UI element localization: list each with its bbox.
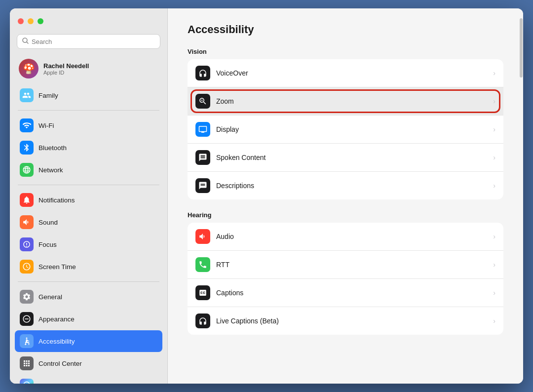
sidebar-item-sound[interactable]: Sound (15, 211, 162, 233)
sidebar-item-siri-label: Siri & Spotlight (38, 382, 82, 384)
divider-1 (18, 110, 159, 111)
maximize-button[interactable] (38, 18, 43, 24)
sidebar-item-siri[interactable]: Siri & Spotlight (15, 375, 162, 384)
sound-icon (20, 215, 34, 229)
live-captions-icon (195, 314, 210, 328)
display-label: Display (216, 125, 493, 133)
sidebar-content: 🍄 Rachel Needell Apple ID Family (10, 55, 167, 384)
spoken-content-chevron: › (493, 154, 495, 161)
captions-icon (195, 285, 210, 300)
svg-point-2 (26, 338, 28, 339)
voiceover-chevron: › (493, 69, 495, 77)
settings-row-descriptions[interactable]: Descriptions › (188, 172, 503, 199)
sidebar-item-accessibility-label: Accessibility (38, 338, 75, 345)
voiceover-label: VoiceOver (216, 69, 493, 77)
avatar: 🍄 (19, 59, 38, 78)
sidebar-item-bluetooth-label: Bluetooth (38, 144, 67, 152)
rtt-chevron: › (493, 261, 495, 269)
captions-label: Captions (216, 289, 493, 297)
siri-icon (20, 379, 34, 384)
settings-row-audio[interactable]: Audio › (188, 223, 503, 251)
settings-row-captions[interactable]: Captions › (188, 279, 503, 307)
sidebar-item-bluetooth[interactable]: Bluetooth (15, 137, 162, 158)
scrollbar-thumb[interactable] (520, 18, 523, 78)
sidebar-item-focus-label: Focus (38, 241, 57, 248)
spoken-content-icon (195, 150, 210, 165)
user-name: Rachel Needell (43, 62, 89, 70)
search-input[interactable] (32, 38, 155, 45)
sidebar-item-notifications-label: Notifications (38, 196, 75, 204)
zoom-chevron: › (493, 97, 495, 105)
display-chevron: › (493, 125, 495, 133)
sidebar-item-general-label: General (38, 293, 62, 301)
sidebar-item-family[interactable]: Family (15, 84, 162, 106)
wifi-icon (20, 118, 34, 132)
sidebar-item-screentime-label: Screen Time (38, 263, 76, 271)
descriptions-icon (195, 178, 210, 193)
voiceover-icon (195, 66, 210, 80)
controlcenter-icon (20, 356, 34, 370)
family-icon (20, 88, 34, 102)
bluetooth-icon (20, 141, 34, 155)
rtt-label: RTT (216, 261, 493, 269)
sidebar-item-sound-label: Sound (38, 219, 58, 226)
accessibility-icon (20, 334, 34, 348)
audio-label: Audio (216, 233, 493, 240)
focus-icon (20, 237, 34, 251)
sidebar-item-family-label: Family (38, 92, 58, 99)
sidebar: 🍄 Rachel Needell Apple ID Family (10, 8, 168, 384)
settings-row-zoom[interactable]: Zoom › (188, 87, 503, 116)
settings-row-live-captions[interactable]: Live Captions (Beta) › (188, 307, 503, 335)
captions-chevron: › (493, 289, 495, 297)
notifications-icon (20, 193, 34, 207)
section-title-vision: Vision (188, 48, 503, 55)
live-captions-chevron: › (493, 317, 495, 325)
screentime-icon (20, 260, 34, 274)
main-window: 🍄 Rachel Needell Apple ID Family (10, 8, 523, 384)
sidebar-item-appearance[interactable]: Appearance (15, 308, 162, 330)
settings-row-voiceover[interactable]: VoiceOver › (188, 59, 503, 87)
network-icon (20, 163, 34, 177)
sidebar-item-accessibility[interactable]: Accessibility (15, 330, 162, 352)
minimize-button[interactable] (28, 18, 34, 24)
sidebar-item-screentime[interactable]: Screen Time (15, 256, 162, 277)
user-info: Rachel Needell Apple ID (43, 62, 89, 76)
hearing-settings-group: Audio › RTT › Capt (188, 223, 503, 335)
section-title-hearing: Hearing (188, 211, 503, 219)
appearance-icon (20, 312, 34, 326)
titlebar (10, 8, 167, 34)
zoom-label: Zoom (216, 97, 493, 105)
sidebar-item-wifi[interactable]: Wi-Fi (15, 115, 162, 136)
audio-icon (195, 229, 210, 244)
user-subtitle: Apple ID (43, 70, 89, 76)
vision-settings-group: VoiceOver › Zoom › (188, 59, 503, 199)
rtt-icon (195, 257, 210, 272)
sidebar-item-appearance-label: Appearance (38, 315, 75, 323)
main-content: Accessibility Vision VoiceOver › (168, 8, 523, 384)
sidebar-item-controlcenter-label: Control Center (38, 360, 82, 367)
descriptions-label: Descriptions (216, 182, 493, 190)
zoom-icon (195, 94, 210, 109)
close-button[interactable] (18, 18, 24, 24)
sidebar-item-controlcenter[interactable]: Control Center (15, 353, 162, 374)
scrollbar-track[interactable] (519, 8, 523, 384)
user-row[interactable]: 🍄 Rachel Needell Apple ID (15, 55, 162, 82)
search-icon (22, 38, 29, 45)
search-bar[interactable] (17, 34, 160, 49)
sidebar-item-focus[interactable]: Focus (15, 234, 162, 255)
settings-row-rtt[interactable]: RTT › (188, 251, 503, 279)
sidebar-item-notifications[interactable]: Notifications (15, 189, 162, 211)
settings-row-display[interactable]: Display › (188, 116, 503, 144)
spoken-content-label: Spoken Content (216, 154, 493, 161)
sidebar-item-network-label: Network (38, 166, 63, 174)
display-icon (195, 122, 210, 137)
divider-2 (18, 185, 159, 185)
descriptions-chevron: › (493, 182, 495, 190)
svg-line-1 (27, 42, 28, 43)
sidebar-item-network[interactable]: Network (15, 159, 162, 181)
settings-row-spoken-content[interactable]: Spoken Content › (188, 144, 503, 172)
audio-chevron: › (493, 233, 495, 240)
divider-3 (18, 281, 159, 282)
sidebar-item-general[interactable]: General (15, 286, 162, 308)
page-title: Accessibility (188, 23, 503, 36)
